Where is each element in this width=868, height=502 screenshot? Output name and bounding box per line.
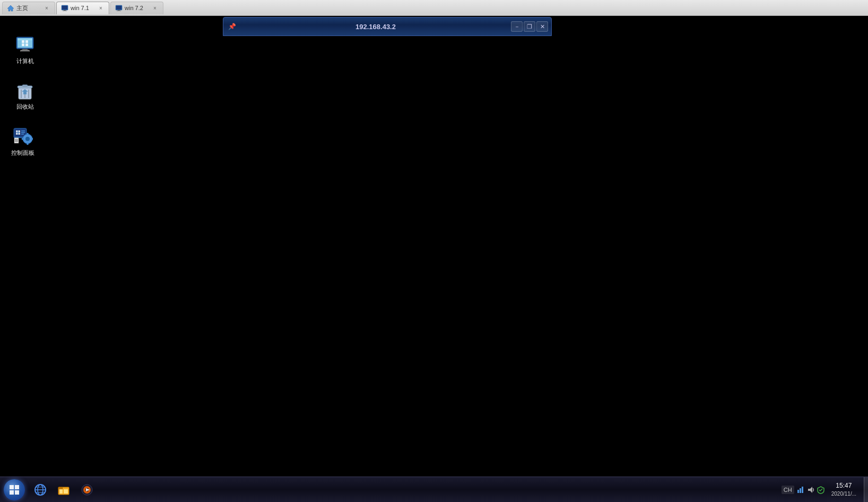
tab-win72-close[interactable]: × — [151, 4, 159, 12]
rdp-window-controls: － ❐ ✕ — [511, 21, 548, 32]
tab-zhuye-close[interactable]: × — [43, 4, 50, 12]
svg-rect-6 — [116, 6, 121, 10]
svg-rect-4 — [63, 11, 67, 11]
tray-security-icon[interactable] — [817, 486, 825, 494]
desktop-icon-computer[interactable]: 计算机 — [6, 33, 44, 67]
show-desktop-button[interactable] — [864, 477, 868, 502]
svg-rect-11 — [18, 38, 32, 40]
svg-rect-37 — [32, 138, 33, 140]
controlpanel-icon-label: 控制面板 — [11, 149, 34, 156]
svg-rect-23 — [22, 85, 28, 86]
svg-marker-0 — [7, 5, 14, 11]
system-tray: CH — [778, 477, 864, 502]
tab-win72-label: win 7.2 — [125, 5, 149, 11]
computer-icon-image — [14, 35, 36, 56]
svg-rect-48 — [15, 490, 19, 495]
tab-win71-close[interactable]: × — [97, 4, 105, 12]
tab-win72[interactable]: win 7.2 × — [110, 2, 163, 14]
clock-time: 15:47 — [836, 482, 852, 490]
svg-rect-13 — [25, 40, 28, 43]
svg-rect-36 — [22, 138, 23, 140]
tab-zhuye[interactable]: 主页 × — [2, 2, 55, 14]
win71-tab-icon — [61, 4, 68, 12]
home-tab-icon — [7, 4, 14, 12]
svg-rect-45 — [10, 485, 14, 489]
taskbar-ie-button[interactable] — [30, 479, 51, 500]
taskbar-explorer-button[interactable] — [53, 479, 74, 500]
win72-tab-icon — [115, 4, 123, 12]
tab-zhuye-label: 主页 — [16, 4, 41, 12]
svg-rect-57 — [64, 489, 68, 494]
desktop-icon-recycle[interactable]: 回收站 — [6, 78, 44, 112]
svg-rect-14 — [22, 43, 24, 46]
tray-icons — [796, 486, 825, 494]
svg-point-33 — [25, 137, 30, 141]
svg-rect-8 — [117, 11, 121, 11]
tray-network-icon[interactable] — [796, 486, 805, 494]
svg-rect-58 — [58, 489, 59, 494]
svg-rect-65 — [802, 487, 803, 493]
svg-rect-18 — [22, 49, 28, 50]
taskbar-media-button[interactable] — [76, 479, 98, 500]
rdp-minimize-button[interactable]: － — [511, 21, 523, 32]
svg-rect-47 — [10, 490, 14, 495]
controlpanel-icon-image — [12, 127, 33, 148]
rdp-title: 192.168.43.2 — [240, 23, 511, 31]
svg-rect-55 — [58, 487, 63, 489]
svg-rect-46 — [15, 485, 19, 489]
svg-rect-64 — [800, 488, 801, 493]
recycle-icon-image — [14, 81, 36, 102]
recycle-icon-label: 回收站 — [16, 103, 34, 110]
svg-rect-34 — [27, 133, 29, 135]
clock-date: 2020/11/... — [831, 490, 856, 497]
tab-win71-label: win 7.1 — [71, 5, 95, 11]
start-orb-icon — [4, 479, 25, 500]
svg-marker-66 — [808, 487, 812, 493]
svg-rect-56 — [59, 489, 63, 494]
taskbar: CH — [0, 477, 868, 502]
desktop-icon-controlpanel[interactable]: 控制面板 — [4, 125, 41, 158]
rdp-restore-button[interactable]: ❐ — [524, 21, 535, 32]
svg-rect-12 — [22, 40, 24, 43]
computer-icon-label: 计算机 — [16, 58, 34, 65]
rdp-titlebar: 📌 192.168.43.2 － ❐ ✕ — [223, 17, 552, 36]
browser-tabbar: 主页 × win 7.1 × win 7.2 × — [0, 0, 868, 16]
svg-rect-2 — [62, 6, 67, 10]
system-clock[interactable]: 15:47 2020/11/... — [827, 482, 861, 497]
svg-rect-35 — [27, 143, 29, 145]
svg-rect-19 — [21, 50, 29, 51]
tab-win71[interactable]: win 7.1 × — [56, 2, 109, 14]
rdp-window: 📌 192.168.43.2 － ❐ ✕ — [223, 17, 552, 36]
svg-rect-63 — [797, 490, 799, 493]
tray-language[interactable]: CH — [782, 486, 794, 494]
rdp-pin-button[interactable]: 📌 — [227, 21, 237, 32]
rdp-close-button[interactable]: ✕ — [536, 21, 548, 32]
desktop: 📌 192.168.43.2 － ❐ ✕ — [0, 16, 868, 477]
tray-sound-icon[interactable] — [806, 486, 815, 494]
svg-rect-15 — [25, 43, 28, 46]
start-button[interactable] — [0, 477, 29, 503]
